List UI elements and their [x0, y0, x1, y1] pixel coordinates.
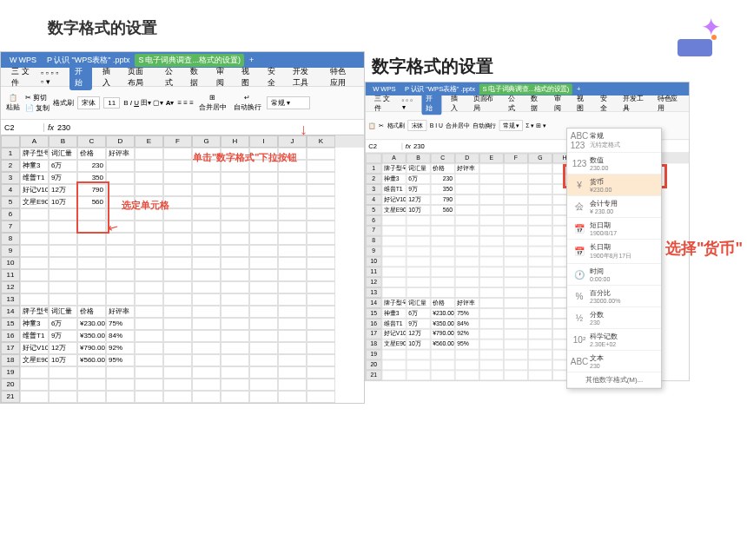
row-header[interactable]: 9	[1, 245, 20, 257]
cell[interactable]	[479, 339, 504, 350]
menu-dev[interactable]: 开发工具	[289, 64, 320, 90]
cell[interactable]	[221, 257, 249, 269]
row-header[interactable]: 14	[366, 298, 382, 308]
cell[interactable]	[163, 257, 192, 269]
cell[interactable]: 词汇量	[407, 163, 431, 174]
cell[interactable]	[479, 236, 504, 247]
cell[interactable]	[278, 318, 307, 330]
cell[interactable]	[528, 236, 552, 247]
font-buttons[interactable]: B I U 田▾ ▢▾ A▾	[123, 98, 174, 108]
cell[interactable]	[528, 277, 552, 287]
font-name[interactable]: 宋体	[77, 96, 100, 109]
dropdown-item[interactable]: 10² 科学记数2.30E+02	[567, 329, 661, 351]
cell[interactable]: 好记V100	[382, 194, 407, 205]
cell[interactable]: 文星E900	[20, 196, 49, 208]
cell[interactable]	[163, 269, 192, 281]
cell[interactable]	[528, 247, 552, 257]
cell[interactable]	[192, 184, 221, 196]
cell[interactable]	[504, 287, 528, 298]
cell[interactable]: 560	[431, 205, 455, 215]
cell[interactable]	[20, 208, 49, 221]
cell[interactable]: 牌子型号	[20, 148, 49, 160]
cell[interactable]	[528, 308, 552, 319]
cell[interactable]	[528, 205, 552, 215]
cell[interactable]	[249, 257, 278, 269]
cell[interactable]	[278, 306, 307, 318]
cell[interactable]: 9万	[49, 330, 77, 342]
cell[interactable]	[504, 329, 528, 339]
cell[interactable]	[192, 391, 221, 403]
cell[interactable]	[278, 184, 307, 196]
cell[interactable]	[407, 226, 431, 236]
cell[interactable]	[307, 269, 335, 281]
cell[interactable]	[163, 306, 192, 318]
cell[interactable]	[77, 233, 106, 245]
cell[interactable]	[20, 379, 49, 391]
cell[interactable]	[135, 330, 163, 342]
cell[interactable]	[77, 221, 106, 233]
cell[interactable]	[135, 160, 163, 172]
more-formats[interactable]: 其他数字格式(M)...	[567, 372, 661, 388]
cell[interactable]: 神童3	[20, 160, 49, 172]
cell[interactable]	[407, 267, 431, 277]
col-header[interactable]: E	[135, 135, 163, 148]
cell[interactable]	[479, 329, 504, 339]
col-header[interactable]: F	[163, 135, 192, 148]
cell[interactable]: ¥350.00	[77, 330, 106, 342]
row-header[interactable]: 13	[1, 293, 20, 306]
cell[interactable]	[278, 342, 307, 354]
cell[interactable]	[163, 148, 192, 160]
cell[interactable]	[20, 257, 49, 269]
cell[interactable]	[221, 379, 249, 391]
cell[interactable]	[249, 208, 278, 221]
cell[interactable]: 10万	[49, 196, 77, 208]
cell[interactable]: 文星E900	[382, 339, 407, 350]
cell[interactable]	[49, 257, 77, 269]
cell[interactable]	[455, 287, 479, 298]
row-header[interactable]: 3	[1, 172, 20, 184]
cell[interactable]: 价格	[77, 148, 106, 160]
col-header[interactable]: I	[249, 135, 278, 148]
menu-security[interactable]: 安全	[264, 64, 282, 90]
cell[interactable]: 230	[431, 174, 455, 184]
cell[interactable]: ¥350.00	[431, 319, 455, 329]
cell[interactable]	[278, 221, 307, 233]
cell[interactable]: 6万	[407, 174, 431, 184]
cell[interactable]	[278, 366, 307, 379]
cell[interactable]	[77, 366, 106, 379]
cell[interactable]	[221, 269, 249, 281]
cell[interactable]: ¥790.00	[431, 329, 455, 339]
cell[interactable]	[278, 245, 307, 257]
cell[interactable]: 6万	[407, 308, 431, 319]
align-buttons[interactable]: ≡ ≡ ≡	[177, 99, 193, 107]
cell[interactable]	[249, 379, 278, 391]
cell[interactable]	[278, 172, 307, 184]
cell[interactable]	[307, 257, 335, 269]
cell[interactable]: 好评率	[106, 148, 135, 160]
col-header[interactable]: F	[504, 153, 528, 163]
row-header[interactable]: 6	[366, 215, 382, 226]
cell[interactable]: 价格	[431, 298, 455, 308]
font-r[interactable]: 宋体	[407, 120, 426, 131]
cell[interactable]	[249, 318, 278, 330]
cell[interactable]	[479, 287, 504, 298]
cell[interactable]	[221, 245, 249, 257]
cell[interactable]	[504, 339, 528, 350]
cell[interactable]	[407, 359, 431, 370]
cell[interactable]	[163, 281, 192, 293]
cell[interactable]	[77, 293, 106, 306]
cell[interactable]	[479, 256, 504, 267]
row-header[interactable]: 1	[366, 163, 382, 174]
col-header[interactable]: K	[307, 135, 335, 148]
cell[interactable]: 词汇量	[407, 298, 431, 308]
cell[interactable]	[249, 354, 278, 366]
cell[interactable]	[249, 269, 278, 281]
cell[interactable]	[135, 148, 163, 160]
cell[interactable]	[192, 318, 221, 330]
cell[interactable]	[479, 194, 504, 205]
cell[interactable]: 神童3	[382, 174, 407, 184]
row-header[interactable]: 18	[366, 339, 382, 350]
cell[interactable]: 92%	[106, 342, 135, 354]
cell[interactable]	[135, 184, 163, 196]
cell[interactable]	[106, 281, 135, 293]
